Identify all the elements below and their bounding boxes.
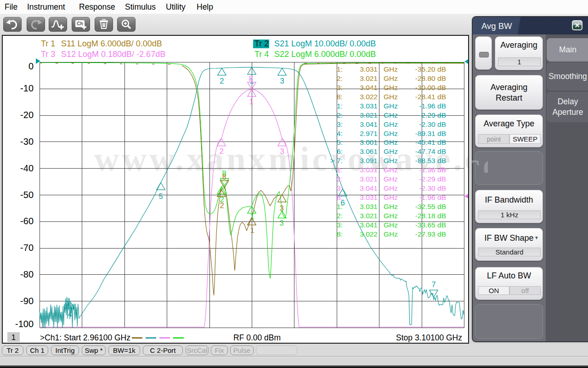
svg-text:3.041: 3.041 [360, 84, 378, 91]
svg-text:3:: 3: [337, 221, 343, 229]
svg-text:3.022: 3.022 [360, 230, 378, 238]
svg-text:-28.41 dB: -28.41 dB [415, 93, 446, 101]
svg-text:-30.00 dB: -30.00 dB [415, 84, 446, 91]
svg-text:8: 8 [222, 173, 226, 181]
svg-text:Stop 3.10100 GHz: Stop 3.10100 GHz [396, 333, 462, 342]
svg-text:-2.29 dB: -2.29 dB [419, 175, 446, 183]
svg-text:-45.41 dB: -45.41 dB [415, 138, 446, 146]
svg-text:3:: 3: [337, 120, 343, 128]
svg-text:www.xanxmicrowave.com: www.xanxmicrowave.com [94, 140, 469, 178]
svg-text:-40: -40 [20, 163, 34, 173]
svg-text:7: 7 [431, 280, 435, 289]
svg-text:GHz: GHz [384, 193, 398, 201]
svg-text:Tr 2: Tr 2 [254, 39, 269, 48]
svg-text:S11 LogM 6.000dB/ 0.00dB: S11 LogM 6.000dB/ 0.00dB [61, 39, 162, 48]
svg-text:3.031: 3.031 [360, 203, 378, 210]
svg-text:-1.96 dB: -1.96 dB [419, 102, 446, 110]
svg-text:4: 4 [68, 310, 72, 318]
svg-text:5:: 5: [337, 138, 343, 146]
svg-text:-47.74 dB: -47.74 dB [415, 147, 446, 155]
svg-text:>: > [330, 157, 334, 164]
svg-text:GHz: GHz [384, 147, 398, 155]
svg-text:-2.30 dB: -2.30 dB [419, 120, 446, 128]
svg-text:3: 3 [279, 204, 283, 212]
svg-text:3: 3 [280, 147, 284, 155]
svg-text:-10: -10 [20, 83, 34, 93]
svg-text:GHz: GHz [384, 102, 398, 110]
svg-text:3.061: 3.061 [360, 147, 378, 155]
svg-text:4:: 4: [337, 130, 343, 137]
svg-text:-28.18 dB: -28.18 dB [415, 212, 446, 220]
svg-text:1:: 1: [337, 102, 343, 110]
svg-text:3:: 3: [337, 184, 343, 192]
svg-text:GHz: GHz [384, 84, 398, 91]
svg-text:2:: 2: [337, 212, 343, 220]
svg-text:RF 0.00 dBm: RF 0.00 dBm [233, 333, 281, 342]
svg-text:-28.80 dB: -28.80 dB [415, 74, 446, 82]
svg-text:>Ch1: Start 2.96100 GHz: >Ch1: Start 2.96100 GHz [40, 333, 130, 342]
svg-text:2: 2 [220, 77, 224, 85]
svg-text:8: 8 [249, 74, 253, 83]
svg-text:1:: 1: [337, 65, 343, 73]
svg-text:3.021: 3.021 [360, 111, 378, 119]
svg-text:GHz: GHz [384, 175, 398, 183]
svg-text:-1.96 dB: -1.96 dB [419, 193, 446, 201]
svg-text:-2.29 dB: -2.29 dB [419, 111, 446, 119]
svg-text:3:: 3: [337, 84, 343, 91]
svg-text:3.021: 3.021 [360, 212, 378, 220]
svg-text:2: 2 [220, 201, 224, 209]
svg-text:GHz: GHz [384, 166, 398, 174]
svg-text:GHz: GHz [384, 120, 398, 128]
svg-text:2:: 2: [337, 74, 343, 82]
svg-text:1: 1 [249, 97, 253, 106]
svg-text:1: 1 [11, 333, 16, 342]
svg-text:0: 0 [28, 61, 34, 71]
svg-text:-90: -90 [20, 296, 34, 306]
svg-text:Tr 3: Tr 3 [41, 50, 55, 59]
svg-text:3.001: 3.001 [360, 138, 378, 146]
svg-text:2: 2 [219, 147, 223, 155]
svg-text:GHz: GHz [384, 138, 398, 146]
svg-text:6:: 6: [337, 147, 343, 155]
svg-text:-80: -80 [20, 269, 34, 279]
svg-text:GHz: GHz [384, 230, 398, 238]
svg-text:7:: 7: [337, 157, 343, 164]
svg-text:-35.20 dB: -35.20 dB [415, 65, 446, 73]
svg-text:S22 LogM 6.000dB/ 0.00dB: S22 LogM 6.000dB/ 0.00dB [274, 50, 376, 59]
svg-text:S21 LogM 10.00dB/ 0.00dB: S21 LogM 10.00dB/ 0.00dB [274, 39, 376, 48]
svg-text:GHz: GHz [384, 157, 398, 164]
svg-text:3: 3 [280, 77, 284, 85]
svg-text:-30: -30 [20, 136, 34, 147]
svg-text:1:: 1: [337, 166, 343, 174]
svg-text:GHz: GHz [384, 221, 398, 229]
svg-text:2:: 2: [337, 111, 343, 119]
svg-text:3.021: 3.021 [360, 74, 378, 82]
svg-text:GHz: GHz [384, 74, 398, 82]
svg-text:8:: 8: [337, 93, 343, 101]
svg-text:GHz: GHz [384, 212, 398, 220]
svg-text:-60: -60 [20, 216, 34, 226]
svg-text:-88.53 dB: -88.53 dB [415, 157, 446, 164]
svg-text:-100: -100 [15, 319, 34, 329]
svg-text:8:: 8: [337, 230, 343, 238]
svg-text:3: 3 [279, 219, 283, 227]
svg-text:GHz: GHz [384, 111, 398, 119]
svg-text:3.031: 3.031 [360, 193, 378, 201]
svg-text:S12 LogM 0.180dB/ -2.67dB: S12 LogM 0.180dB/ -2.67dB [61, 50, 165, 59]
svg-text:-70: -70 [20, 243, 34, 253]
svg-text:-50: -50 [20, 190, 34, 200]
svg-text:2:: 2: [337, 175, 343, 183]
svg-text:-33.65 dB: -33.65 dB [415, 221, 446, 229]
svg-text:3.031: 3.031 [360, 166, 378, 174]
svg-text:3.021: 3.021 [360, 175, 378, 183]
svg-text:Ch: Ch [77, 21, 83, 26]
svg-text:-1.96 dB: -1.96 dB [419, 166, 446, 174]
svg-text:GHz: GHz [384, 130, 398, 137]
svg-text:3.031: 3.031 [360, 65, 378, 73]
svg-text:3.041: 3.041 [360, 120, 378, 128]
svg-text:GHz: GHz [384, 203, 398, 210]
svg-text:2.971: 2.971 [360, 130, 378, 137]
svg-text:GHz: GHz [384, 65, 398, 73]
svg-text:1: 1 [250, 226, 254, 234]
svg-text:-2.30 dB: -2.30 dB [419, 184, 446, 192]
